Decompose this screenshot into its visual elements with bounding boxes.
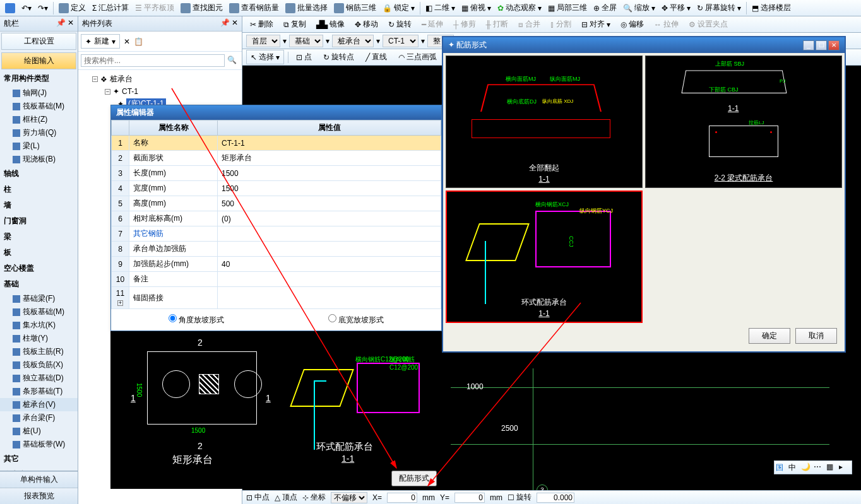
- select-floor-button[interactable]: ⬒ 选择楼层: [749, 1, 793, 15]
- nav-group-col[interactable]: 柱: [0, 182, 78, 197]
- diagram-cell-2[interactable]: 上部筋 SBJ 下部筋 CBJ PJ 拉筋LJ 1-1 2-2 梁式配筋承台: [645, 56, 842, 188]
- offset-select[interactable]: 不偏移: [331, 492, 367, 503]
- nav-group-beam[interactable]: 梁: [0, 229, 78, 245]
- rotate-input[interactable]: [537, 493, 574, 503]
- lock-button[interactable]: 🔒 锁定▾: [380, 1, 417, 15]
- break-button[interactable]: ╫ 打断: [482, 18, 513, 31]
- save-icon[interactable]: [3, 2, 18, 15]
- midpoint-button[interactable]: ⊡ 中点: [246, 492, 270, 503]
- define-button[interactable]: 定义: [56, 1, 88, 15]
- nav-shearwall[interactable]: 剪力墙(Q): [0, 126, 78, 139]
- prop-row[interactable]: 2截面形状矩形承台: [112, 151, 441, 166]
- topview-button[interactable]: ▦ 俯视▾: [459, 1, 494, 15]
- undo-icon[interactable]: ↶▾: [19, 3, 34, 14]
- arc-button[interactable]: ◠ 三点画弧: [395, 50, 441, 64]
- nav-strip[interactable]: 条形基础(T): [0, 385, 78, 398]
- coord-button[interactable]: ⊹ 坐标: [302, 492, 326, 503]
- copy-icon[interactable]: 📋: [134, 37, 143, 46]
- nav-group-axis[interactable]: 轴线: [0, 166, 78, 182]
- merge-button[interactable]: ⧈ 合并: [514, 18, 544, 31]
- minimize-icon[interactable]: _: [803, 40, 814, 50]
- mirror-button[interactable]: ▟▙ 镜像: [312, 18, 348, 31]
- pan-button[interactable]: ✥ 平移▾: [659, 1, 693, 15]
- nav-slab[interactable]: 现浇板(B): [0, 153, 78, 166]
- vertex-button[interactable]: △ 顶点: [275, 492, 297, 503]
- category-select[interactable]: 基础: [289, 35, 323, 47]
- prop-row[interactable]: 4宽度(mm)1500: [112, 181, 441, 196]
- diagram-cell-3[interactable]: 横向钢筋XCJ 纵向钢筋YCJ CCJ 环式配筋承台1-1: [446, 190, 643, 323]
- maximize-icon[interactable]: ☐: [816, 40, 827, 50]
- nav-group-other[interactable]: 其它: [0, 451, 78, 467]
- nav-capbeam[interactable]: 承台梁(F): [0, 411, 78, 425]
- nav-pier[interactable]: 柱墩(Y): [0, 332, 78, 345]
- view-rebar-button[interactable]: 查看钢筋量: [227, 1, 282, 15]
- type-select[interactable]: 桩承台: [332, 35, 374, 47]
- prop-row[interactable]: 8承台单边加强筋: [112, 242, 441, 257]
- copy-button[interactable]: ⧉ 复制: [280, 18, 310, 31]
- diagram-cell-1[interactable]: 横向面筋MJ 纵向面筋MJ 横向底筋DJ 纵向底筋 XDJ 全部翻起1-1: [446, 56, 643, 188]
- nav-raft[interactable]: 筏板基础(M): [0, 100, 78, 113]
- single-comp-tab[interactable]: 单构件输入: [0, 471, 78, 488]
- dyn-observe-button[interactable]: ✿ 动态观察▾: [495, 1, 544, 15]
- mini-dots-icon[interactable]: ⋯: [814, 462, 825, 472]
- pin-icon[interactable]: 📌 ✕: [220, 18, 238, 29]
- nav-found-beam[interactable]: 基础梁(F): [0, 292, 78, 305]
- y-input[interactable]: [454, 493, 485, 503]
- point-button[interactable]: ⊡ 点: [292, 50, 316, 64]
- rotate-button[interactable]: ↻ 旋转: [384, 18, 415, 31]
- mini-1[interactable]: 国: [776, 462, 787, 472]
- nav-group-hollow[interactable]: 空心楼盖: [0, 261, 78, 276]
- cancel-button[interactable]: 取消: [795, 328, 837, 344]
- prop-row[interactable]: 9加强筋起步(mm)40: [112, 257, 441, 272]
- prop-row[interactable]: 10备注: [112, 272, 441, 287]
- nav-group-slab[interactable]: 板: [0, 245, 78, 261]
- split-button[interactable]: ⫿ 分割: [547, 18, 575, 31]
- nav-raft-neg[interactable]: 筏板负筋(X): [0, 358, 78, 372]
- extend-button[interactable]: ━ 延伸: [418, 18, 447, 31]
- 2d-button[interactable]: ◧ 二维▾: [423, 1, 458, 15]
- floor-select[interactable]: 首层: [246, 35, 280, 47]
- nav-axis[interactable]: 轴网(J): [0, 86, 78, 100]
- nav-raft-main[interactable]: 筏板主筋(R): [0, 345, 78, 358]
- close-icon[interactable]: ✕: [828, 40, 840, 50]
- fullscreen-button[interactable]: ⊕ 全屏: [591, 1, 619, 15]
- prop-row[interactable]: 5高度(mm)500: [112, 196, 441, 211]
- find-elem-button[interactable]: 查找图元: [178, 1, 225, 15]
- rotpoint-button[interactable]: ↻ 旋转点: [319, 50, 358, 64]
- draw-input-button[interactable]: 绘图输入: [1, 52, 76, 69]
- select-button[interactable]: ↖ 选择▾: [246, 50, 284, 64]
- local-3d-button[interactable]: ▦ 局部三维: [545, 1, 590, 15]
- ok-button[interactable]: 确定: [749, 328, 790, 344]
- component-select[interactable]: CT-1: [383, 35, 419, 47]
- nav-group-wall[interactable]: 墙: [0, 197, 78, 213]
- report-preview-tab[interactable]: 报表预览: [0, 488, 78, 504]
- prop-row[interactable]: 6相对底标高(m)(0): [112, 211, 441, 226]
- move-button[interactable]: ✥ 移动: [351, 18, 382, 31]
- nav-group-opening[interactable]: 门窗洞: [0, 213, 78, 229]
- x-input[interactable]: [387, 493, 417, 503]
- prop-row[interactable]: 11 +锚固搭接: [112, 287, 441, 309]
- prop-row[interactable]: 3长度(mm)1500: [112, 166, 441, 181]
- mini-moon-icon[interactable]: 🌙: [801, 462, 812, 472]
- nav-column[interactable]: 框柱(Z): [0, 113, 78, 126]
- nav-foundstrip[interactable]: 基础板带(W): [0, 438, 78, 451]
- redo-icon[interactable]: ↷▾: [35, 3, 50, 14]
- dialog-titlebar[interactable]: ✦ 配筋形式 _ ☐ ✕: [443, 37, 845, 53]
- prop-row[interactable]: 7其它钢筋: [112, 226, 441, 242]
- search-input[interactable]: [81, 54, 225, 67]
- mini-play-icon[interactable]: ▸: [839, 462, 850, 472]
- screen-rotate-button[interactable]: ↻ 屏幕旋转▾: [694, 1, 744, 15]
- line-button[interactable]: ╱ 直线: [362, 50, 391, 64]
- zoom-button[interactable]: 🔍 缩放▾: [621, 1, 658, 15]
- mini-grid-icon[interactable]: ▦: [826, 462, 838, 472]
- search-icon[interactable]: 🔍: [225, 54, 239, 67]
- mini-2[interactable]: 中: [788, 462, 800, 472]
- grip-button[interactable]: ⚙ 设置夹点: [685, 18, 732, 31]
- radio-width[interactable]: 底宽放坡形式: [328, 314, 384, 325]
- rebar-3d-button[interactable]: 钢筋三维: [331, 1, 379, 15]
- new-component-button[interactable]: ✦ 新建 ▾: [81, 34, 120, 49]
- rebar-form-button[interactable]: 配筋形式: [391, 471, 437, 486]
- batch-select-button[interactable]: 批量选择: [283, 1, 330, 15]
- prop-row[interactable]: 1名称CT-1-1: [112, 136, 441, 151]
- offset-button[interactable]: ◎ 偏移: [617, 18, 648, 31]
